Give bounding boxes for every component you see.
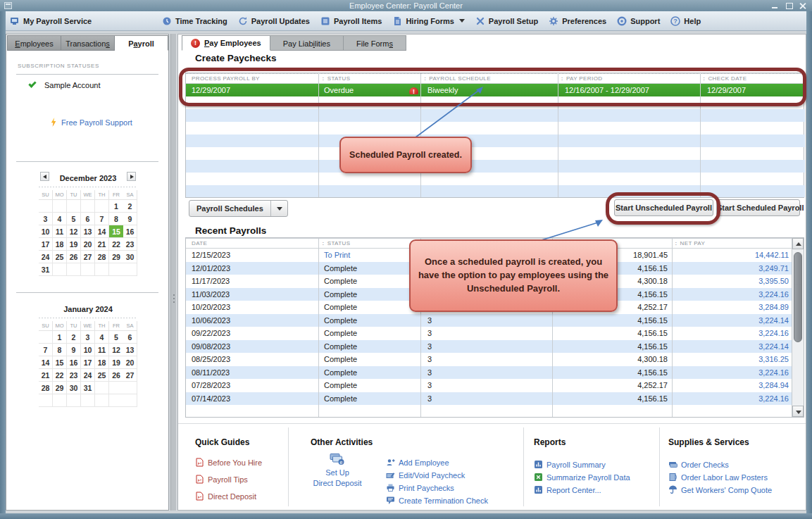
calendar-day[interactable]	[123, 263, 137, 276]
calendar-day[interactable]: 1	[109, 200, 123, 213]
calendar-day[interactable]	[39, 394, 53, 407]
order-labor-law-posters-link[interactable]: Order Labor Law Posters	[668, 473, 768, 482]
calendar-day[interactable]: 3	[39, 213, 53, 225]
calendar-day[interactable]: 28	[95, 251, 109, 263]
column-header[interactable]: DATE	[186, 240, 318, 246]
calendar-day[interactable]: 30	[67, 382, 81, 394]
column-header[interactable]: STATUS	[318, 75, 420, 82]
payroll-schedules-dropdown-button[interactable]: Payroll Schedules	[189, 200, 288, 217]
calendar-day[interactable]: 10	[39, 225, 53, 238]
calendar-day[interactable]: 8	[109, 213, 123, 225]
calendar-day[interactable]: 31	[39, 263, 53, 276]
calendar-day[interactable]	[95, 394, 109, 407]
calendar-day[interactable]: 6	[81, 213, 95, 225]
calendar-day[interactable]: 29	[53, 382, 67, 394]
calendar-day[interactable]: 30	[123, 251, 137, 263]
calendar-day[interactable]: 22	[53, 369, 67, 382]
calendar-day[interactable]: 10	[81, 344, 95, 356]
calendar-day[interactable]: 17	[81, 356, 95, 369]
calendar-day[interactable]	[67, 200, 81, 213]
calendar-day[interactable]	[81, 263, 95, 276]
calendar-day[interactable]: 5	[67, 213, 81, 225]
calendar-day[interactable]: 7	[95, 213, 109, 225]
help-button[interactable]: ? Help	[670, 16, 701, 26]
table-row[interactable]: 07/14/2023 Complete 3 4,156.15 3,224.16	[186, 392, 793, 406]
hiring-forms-dropdown[interactable]: Hiring Forms	[392, 16, 464, 26]
start-scheduled-payroll-button[interactable]: Start Scheduled Payroll	[716, 199, 800, 216]
calendar-day[interactable]: 20	[123, 356, 137, 369]
calendar-day[interactable]: 5	[109, 331, 123, 344]
calendar-day[interactable]	[123, 382, 137, 394]
payroll-summary-link[interactable]: Payroll Summary	[534, 460, 606, 469]
calendar-day[interactable]: 11	[53, 225, 67, 238]
calendar-day[interactable]: 1	[53, 331, 67, 344]
calendar-day[interactable]: 18	[95, 356, 109, 369]
panel-splitter[interactable]	[170, 34, 177, 511]
table-row[interactable]: 08/25/2023 Complete 3 4,300.18 3,316.25	[186, 353, 793, 366]
calendar-day[interactable]: 24	[39, 251, 53, 263]
sidebar-tab-employees[interactable]: Employees	[7, 35, 61, 51]
calendar-day[interactable]	[109, 263, 123, 276]
calendar-day[interactable]: 27	[81, 251, 95, 263]
calendar-day[interactable]: 16	[67, 356, 81, 369]
calendar-day[interactable]: 31	[81, 382, 95, 394]
calendar-day[interactable]: 14	[39, 356, 53, 369]
calendar-day[interactable]	[39, 200, 53, 213]
tab-file-forms[interactable]: File Forms	[344, 35, 406, 51]
order-checks-link[interactable]: Order Checks	[668, 460, 729, 469]
calendar-day[interactable]: 26	[109, 369, 123, 382]
calendar-day[interactable]	[39, 331, 53, 344]
calendar-day[interactable]: 24	[81, 369, 95, 382]
calendar-day[interactable]: 17	[39, 238, 53, 251]
chevron-down-icon[interactable]	[270, 201, 287, 216]
create-termination-check-link[interactable]: Create Termination Check	[386, 496, 488, 505]
column-header[interactable]: PAY PERIOD	[557, 75, 699, 82]
payroll-setup-button[interactable]: Payroll Setup	[475, 16, 538, 26]
set-up-direct-deposit-link[interactable]: e Set Up Direct Deposit	[302, 453, 373, 488]
column-header[interactable]: PAYROLL SCHEDULE	[420, 75, 557, 82]
calendar-day[interactable]: 9	[123, 213, 137, 225]
calendar-day[interactable]: 25	[95, 369, 109, 382]
calendar-day[interactable]: 25	[53, 251, 67, 263]
calendar-day[interactable]: 4	[53, 213, 67, 225]
calendar-prev-button[interactable]	[40, 172, 49, 181]
report-center-link[interactable]: Report Center...	[534, 485, 601, 494]
add-employee-link[interactable]: Add Employee	[386, 458, 449, 467]
column-header[interactable]: STATUS	[318, 240, 420, 246]
scroll-up-button[interactable]	[792, 238, 804, 249]
calendar-day[interactable]: 29	[109, 251, 123, 263]
table-row[interactable]: 08/11/2023 Complete 3 4,156.15 3,224.16	[186, 366, 793, 380]
before-you-hire-link[interactable]: Before You Hire	[195, 458, 262, 467]
calendar-day[interactable]: 21	[95, 238, 109, 251]
calendar-day[interactable]: 4	[95, 331, 109, 344]
direct-deposit-guide-link[interactable]: Direct Deposit	[195, 492, 256, 501]
table-row[interactable]: 07/28/2023 Complete 3 4,252.17 3,284.94	[186, 379, 793, 392]
calendar-day[interactable]: 21	[39, 369, 53, 382]
calendar-next-button[interactable]	[127, 172, 136, 181]
summarize-payroll-data-link[interactable]: Summarize Payroll Data	[534, 473, 630, 482]
calendar-day[interactable]: 15	[53, 356, 67, 369]
calendar-day[interactable]: 28	[39, 382, 53, 394]
calendar-day[interactable]: 3	[81, 331, 95, 344]
calendar-day[interactable]: 7	[39, 344, 53, 356]
print-paychecks-link[interactable]: Print Paychecks	[386, 483, 454, 492]
support-button[interactable]: Support	[617, 16, 660, 26]
calendar-day[interactable]	[81, 200, 95, 213]
preferences-button[interactable]: Preferences	[549, 16, 606, 26]
my-payroll-service-button[interactable]: My Payroll Service	[10, 16, 92, 26]
sidebar-tab-payroll[interactable]: Payroll	[115, 35, 168, 51]
calendar-day[interactable]: 20	[81, 238, 95, 251]
table-row[interactable]: 09/08/2023 Complete 3 4,156.15 3,224.14	[186, 340, 793, 354]
calendar-day[interactable]: 11	[95, 344, 109, 356]
calendar-day[interactable]	[67, 263, 81, 276]
column-header[interactable]: NET PAY	[670, 240, 792, 246]
calendar-day[interactable]	[95, 263, 109, 276]
tab-pay-liabilities[interactable]: Pay Liabilities	[270, 35, 344, 51]
time-tracking-button[interactable]: Time Tracking	[162, 16, 227, 26]
calendar-day[interactable]: 9	[67, 344, 81, 356]
workers-comp-quote-link[interactable]: Get Workers' Comp Quote	[668, 485, 772, 494]
calendar-day[interactable]	[53, 394, 67, 407]
calendar-day[interactable]: 26	[67, 251, 81, 263]
calendar-day[interactable]: 8	[53, 344, 67, 356]
window-system-icon[interactable]	[4, 2, 12, 9]
